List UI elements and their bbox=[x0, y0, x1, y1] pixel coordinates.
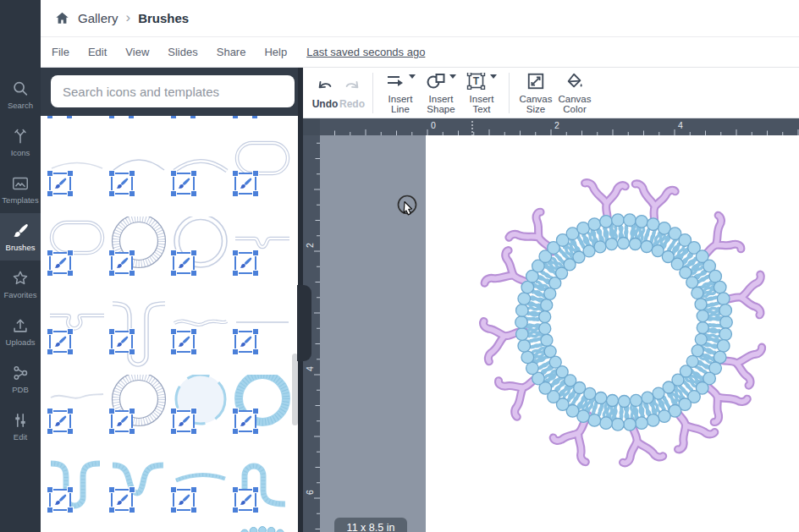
menu-help[interactable]: Help bbox=[255, 46, 296, 58]
search-input[interactable] bbox=[51, 75, 295, 107]
brush-badge[interactable] bbox=[49, 489, 71, 511]
brush-badge[interactable] bbox=[173, 331, 195, 353]
clipped-handle bbox=[66, 116, 73, 119]
brush-item-line_dip[interactable] bbox=[232, 215, 294, 294]
brush-badge[interactable] bbox=[49, 252, 71, 274]
brush-item-pipe_u_blue[interactable] bbox=[47, 452, 108, 531]
sidebar-item-brushes[interactable]: Brushes bbox=[0, 213, 41, 261]
lipid-head bbox=[630, 394, 642, 406]
lipid-head bbox=[697, 310, 708, 322]
brush-badge[interactable] bbox=[111, 252, 133, 274]
brush-item-line_straight[interactable] bbox=[232, 293, 294, 373]
lipid-head bbox=[658, 410, 671, 423]
brush-badge[interactable] bbox=[173, 410, 195, 432]
last-saved-link[interactable]: Last saved seconds ago bbox=[306, 46, 425, 58]
brush-icon bbox=[52, 176, 68, 191]
sidebar-item-edit[interactable]: Edit bbox=[0, 403, 41, 450]
brush-badge[interactable] bbox=[173, 489, 195, 511]
brush-badge[interactable] bbox=[173, 252, 195, 274]
menu-view[interactable]: View bbox=[116, 46, 158, 58]
brush-item-ring_ticks[interactable] bbox=[108, 215, 170, 294]
insert-text-button[interactable]: T InsertText bbox=[461, 71, 502, 114]
brush-badge[interactable] bbox=[234, 252, 256, 274]
sidebar-item-icons[interactable]: Icons bbox=[0, 118, 41, 166]
lipid-head bbox=[695, 299, 707, 310]
brush-item-arc_med[interactable] bbox=[108, 135, 170, 215]
brush-badge[interactable] bbox=[111, 331, 133, 353]
brush-badge[interactable] bbox=[234, 173, 256, 195]
brush-item-ring_dashed[interactable] bbox=[170, 373, 232, 452]
clipped-handle bbox=[47, 116, 53, 119]
sidebar-item-uploads[interactable]: Uploads bbox=[0, 308, 41, 355]
brush-badge[interactable] bbox=[234, 331, 256, 353]
menu-file[interactable]: File bbox=[42, 46, 79, 58]
clipped-handle bbox=[232, 116, 239, 119]
undo-button[interactable]: Undo bbox=[311, 76, 339, 109]
sidebar-item-favorites[interactable]: Favorites bbox=[0, 261, 41, 308]
canvas-size-button[interactable]: CanvasSize bbox=[516, 71, 555, 114]
sidebar-item-pdb[interactable]: PDB bbox=[0, 355, 41, 403]
brush-icon bbox=[238, 414, 253, 429]
home-icon[interactable] bbox=[54, 10, 70, 26]
brush-badge[interactable] bbox=[111, 489, 133, 511]
brush-badge[interactable] bbox=[173, 173, 195, 195]
brush-badge[interactable] bbox=[234, 489, 256, 511]
insert-line-icon bbox=[385, 73, 405, 90]
menu-slides[interactable]: Slides bbox=[158, 46, 207, 58]
lipid-head bbox=[588, 218, 601, 231]
brush-item-line_loop[interactable] bbox=[47, 293, 108, 373]
lipid-head bbox=[544, 288, 556, 299]
panel-collapse-handle[interactable] bbox=[297, 285, 311, 361]
breadcrumb-gallery[interactable]: Gallery bbox=[78, 11, 118, 25]
brush-badge[interactable] bbox=[111, 173, 133, 195]
brush-badge[interactable] bbox=[49, 173, 71, 195]
lipid-head bbox=[692, 345, 703, 357]
brush-item-curve_dip_blue[interactable] bbox=[108, 452, 170, 531]
brush-item-pipe_n_blue[interactable] bbox=[232, 452, 294, 531]
lipid-head bbox=[717, 340, 730, 353]
canvas-color-button[interactable]: CanvasColor bbox=[555, 71, 594, 114]
brush-item-ring_blue[interactable] bbox=[232, 373, 294, 452]
redo-button[interactable]: Redo bbox=[339, 76, 366, 109]
brush-item-stadium[interactable] bbox=[47, 215, 108, 294]
brush-badge[interactable] bbox=[49, 410, 71, 432]
brush-thumbnail-partial bbox=[220, 523, 298, 532]
svg-text:2: 2 bbox=[554, 120, 559, 130]
brush-icon bbox=[238, 176, 253, 191]
brush-item-arc_blue[interactable] bbox=[170, 452, 232, 531]
menu-edit[interactable]: Edit bbox=[79, 46, 116, 58]
sidebar-item-templates[interactable]: Templates bbox=[0, 166, 41, 213]
brush-item-ring_ticks[interactable] bbox=[108, 373, 170, 452]
brush-item-pipe_u[interactable] bbox=[108, 293, 170, 373]
brush-icon bbox=[238, 255, 253, 271]
breadcrumb-chevron-icon: › bbox=[126, 9, 131, 26]
brush-item-arc_soft[interactable] bbox=[47, 135, 108, 215]
brush-item-arc_double[interactable] bbox=[170, 135, 232, 215]
lipid-head bbox=[541, 334, 553, 346]
pdb-icon bbox=[11, 364, 30, 382]
lipid-head bbox=[600, 216, 613, 228]
canvas-size-badge: 11 x 8.5 in bbox=[334, 518, 407, 532]
brush-icon bbox=[176, 334, 191, 349]
lipid-head bbox=[636, 216, 648, 228]
canvas[interactable] bbox=[320, 135, 799, 532]
canvas-color-icon bbox=[565, 72, 584, 90]
brush-badge[interactable] bbox=[111, 410, 133, 432]
search-icon bbox=[11, 80, 30, 98]
brush-item-ring_double[interactable] bbox=[170, 215, 232, 294]
brush-item-wave_double[interactable] bbox=[170, 293, 232, 373]
brush-badge[interactable] bbox=[49, 331, 71, 353]
brush-item-s_curve[interactable] bbox=[47, 373, 108, 452]
lipid-head bbox=[577, 222, 590, 235]
insert-line-button[interactable]: InsertLine bbox=[380, 71, 421, 114]
menu-share[interactable]: Share bbox=[207, 46, 256, 58]
lipid-head bbox=[539, 310, 551, 322]
svg-text:4: 4 bbox=[305, 366, 315, 371]
brush-item-stadium[interactable] bbox=[232, 135, 294, 215]
insert-shape-button[interactable]: InsertShape bbox=[421, 71, 461, 114]
sidebar-item-search[interactable]: Search bbox=[0, 71, 41, 118]
sidebar-item-label: Uploads bbox=[6, 337, 36, 347]
svg-text:T: T bbox=[473, 75, 480, 87]
brush-badge[interactable] bbox=[234, 410, 256, 432]
lipid-head bbox=[618, 238, 630, 250]
